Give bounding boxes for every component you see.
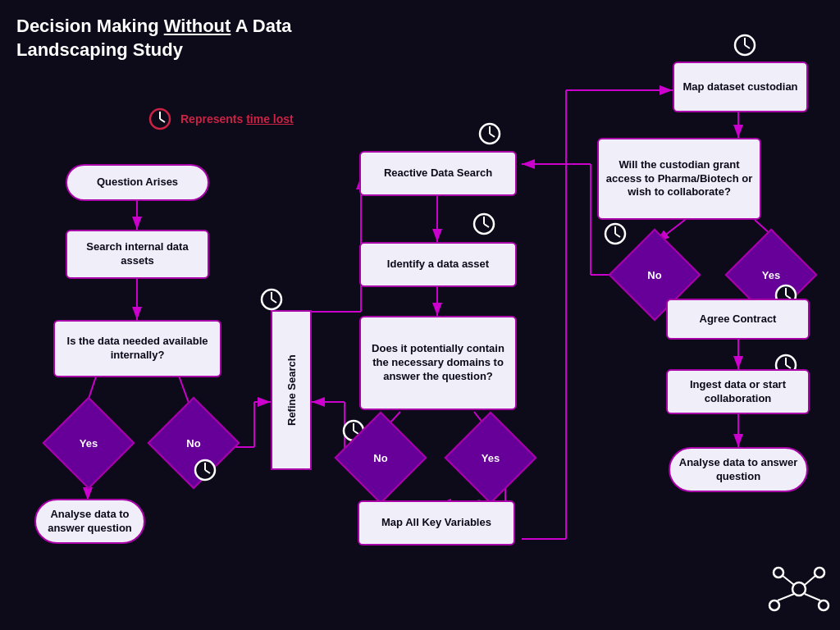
is-data-available-box: Is the data needed available internally? [53, 320, 221, 377]
page-title: Decision Making Without A Data Landscapi… [16, 15, 328, 62]
no-mid-diamond-wrapper: No [348, 425, 413, 491]
clock-refine [259, 287, 284, 312]
yes-mid-diamond-wrapper: Yes [458, 425, 523, 491]
search-internal-box: Search internal data assets [66, 230, 209, 279]
identify-asset-box: Identify a data asset [359, 242, 517, 287]
svg-line-71 [805, 575, 816, 585]
no-mid-label: No [348, 425, 413, 491]
legend: Represents time lost [148, 107, 294, 131]
analyse-right-box: Analyse data to answer question [669, 447, 808, 492]
yes-mid-label: Yes [458, 425, 523, 491]
no-right-label: No [622, 242, 687, 308]
map-all-key-box: Map All Key Variables [358, 500, 515, 546]
analyse-left-box: Analyse data to answer question [34, 499, 145, 544]
yes-left-diamond-wrapper: Yes [56, 410, 121, 476]
svg-point-69 [819, 600, 829, 610]
clock-identify [472, 212, 496, 236]
clock-map-dataset [733, 33, 757, 57]
refine-search-box: Refine Search [271, 310, 312, 470]
clock-reactive [477, 121, 502, 146]
yes-left-label: Yes [56, 410, 121, 476]
reactive-data-search-box: Reactive Data Search [359, 151, 517, 196]
svg-line-72 [778, 594, 794, 600]
will-custodian-box: Will the custodian grant access to Pharm… [597, 138, 761, 220]
agree-contract-box: Agree Contract [666, 299, 810, 340]
ingest-data-box: Ingest data or start collaboration [666, 369, 810, 414]
svg-line-73 [805, 594, 820, 600]
legend-clock-icon [148, 107, 172, 131]
clock-no-left [193, 458, 217, 482]
svg-point-68 [769, 600, 779, 610]
no-right-diamond-wrapper: No [622, 242, 687, 308]
question-arises-box: Question Arises [66, 164, 209, 201]
svg-line-70 [782, 575, 794, 585]
map-dataset-custodian-box: Map dataset custodian [673, 62, 808, 112]
network-icon [766, 556, 832, 622]
does-it-contain-box: Does it potentially contain the necessar… [359, 316, 517, 410]
legend-text: Represents time lost [180, 112, 294, 126]
